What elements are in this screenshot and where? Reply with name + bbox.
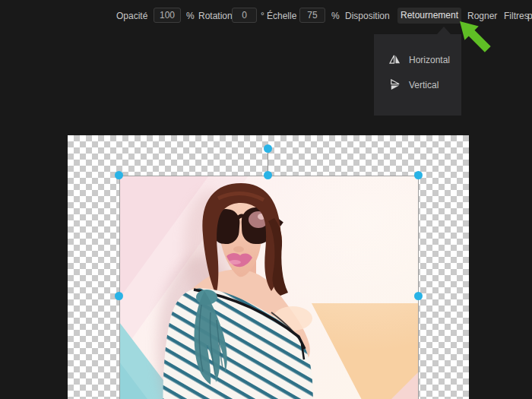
toolbar: Opacité % Rotation ° Échelle % Dispositi…	[0, 0, 532, 32]
opacity-unit: %	[186, 11, 195, 21]
flip-horizontal-icon	[389, 54, 401, 65]
menu-item-flip-horizontal[interactable]: Horizontal	[374, 47, 461, 72]
flip-dropdown: Horizontal Vertical	[374, 34, 461, 116]
selection-handle-middle-left[interactable]	[115, 292, 123, 300]
rotation-input[interactable]	[232, 8, 257, 23]
selection-handle-middle-right[interactable]	[414, 292, 423, 300]
photo-editor-window: Opacité % Rotation ° Échelle % Dispositi…	[0, 0, 532, 399]
filters-button[interactable]: Filtres	[504, 11, 529, 21]
selection-handle-top-right[interactable]	[414, 171, 423, 179]
menu-item-label: Horizontal	[409, 55, 450, 65]
scale-unit: %	[331, 11, 340, 21]
scale-label: Échelle	[267, 11, 296, 21]
rotation-label: Rotation	[198, 11, 233, 21]
rotation-unit: °	[261, 11, 264, 21]
flip-button[interactable]: Retournement	[397, 8, 461, 24]
flip-vertical-icon	[389, 79, 401, 90]
selection-border	[119, 176, 419, 399]
menu-item-label: Vertical	[409, 80, 439, 90]
scale-input[interactable]	[299, 8, 325, 23]
menu-item-flip-vertical[interactable]: Vertical	[374, 72, 461, 97]
toolbar-item-clipped[interactable]: p	[527, 11, 532, 21]
opacity-label: Opacité	[116, 11, 147, 21]
rotation-handle[interactable]	[264, 144, 272, 153]
annotation-arrow-icon	[454, 17, 498, 57]
selection-handle-top-center[interactable]	[264, 171, 272, 179]
disposition-button[interactable]: Disposition	[345, 11, 390, 21]
selection-handle-top-left[interactable]	[115, 171, 123, 179]
opacity-input[interactable]	[154, 8, 181, 23]
